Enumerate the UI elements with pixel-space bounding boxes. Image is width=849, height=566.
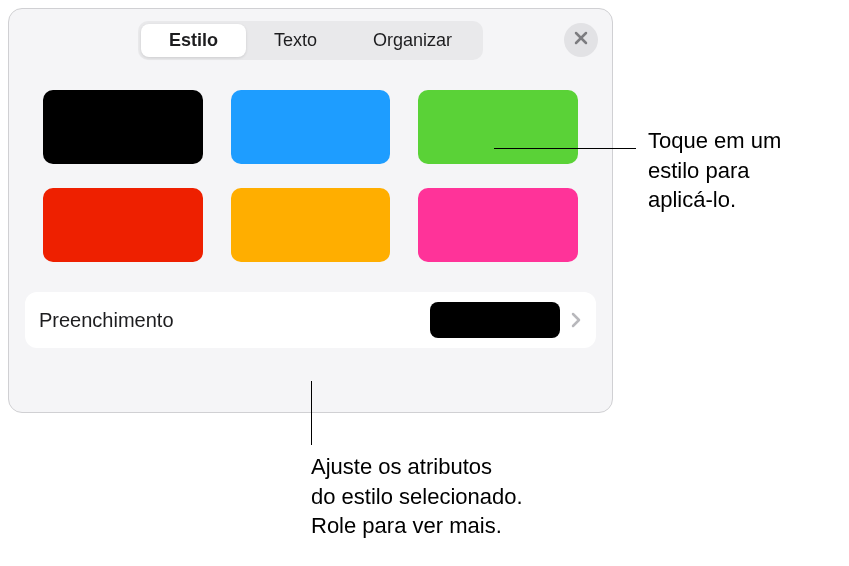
swatch-orange[interactable] bbox=[231, 188, 391, 262]
callout-adjust-attributes: Ajuste os atributosdo estilo selecionado… bbox=[311, 452, 523, 541]
swatch-green[interactable] bbox=[418, 90, 578, 164]
fill-color-preview bbox=[430, 302, 560, 338]
tab-segmented-control: Estilo Texto Organizar bbox=[138, 21, 483, 60]
chevron-right-icon bbox=[570, 311, 582, 329]
swatch-magenta[interactable] bbox=[418, 188, 578, 262]
format-panel: Estilo Texto Organizar Preenchimento bbox=[8, 8, 613, 413]
callout-line bbox=[311, 381, 312, 445]
style-swatches-grid bbox=[9, 70, 612, 274]
swatch-red[interactable] bbox=[43, 188, 203, 262]
tab-style[interactable]: Estilo bbox=[141, 24, 246, 57]
close-icon bbox=[573, 30, 589, 50]
close-button[interactable] bbox=[564, 23, 598, 57]
tab-text[interactable]: Texto bbox=[246, 24, 345, 57]
fill-row[interactable]: Preenchimento bbox=[25, 292, 596, 348]
swatch-black[interactable] bbox=[43, 90, 203, 164]
tab-arrange[interactable]: Organizar bbox=[345, 24, 480, 57]
fill-label: Preenchimento bbox=[39, 309, 430, 332]
callout-line bbox=[494, 148, 636, 149]
callout-tap-style: Toque em umestilo paraaplicá-lo. bbox=[648, 126, 781, 215]
swatch-blue[interactable] bbox=[231, 90, 391, 164]
panel-header: Estilo Texto Organizar bbox=[9, 9, 612, 70]
